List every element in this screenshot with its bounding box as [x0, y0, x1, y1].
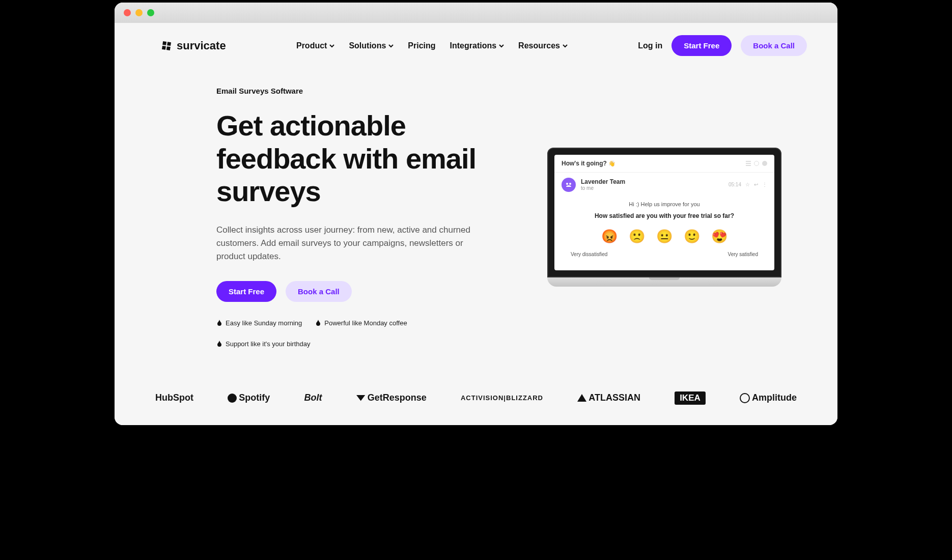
laptop-mockup: How's it going? 👋	[547, 148, 781, 287]
nav-item-solutions[interactable]: Solutions	[349, 41, 394, 50]
title-bar	[115, 3, 837, 23]
hero-ctas: Start Free Book a Call	[216, 281, 512, 302]
svg-point-1	[569, 183, 571, 185]
chevron-down-icon	[499, 43, 504, 48]
rating-5[interactable]: 😍	[711, 229, 727, 244]
logo-ikea: IKEA	[675, 391, 706, 405]
logo-mark-icon	[160, 40, 173, 52]
survey-question: How satisfied are you with your free tri…	[562, 212, 767, 219]
brand-logo[interactable]: survicate	[160, 39, 226, 52]
browser-window: survicate Product Solutions Pricing Inte…	[115, 3, 837, 425]
logo-bolt: Bolt	[304, 393, 322, 403]
main-nav: survicate Product Solutions Pricing Inte…	[115, 23, 837, 66]
nav-label: Integrations	[450, 41, 497, 50]
page-content: survicate Product Solutions Pricing Inte…	[115, 23, 837, 425]
perks-list: Easy like Sunday morning Powerful like M…	[216, 319, 512, 348]
laptop-base	[547, 277, 781, 287]
logo-getresponse: GetResponse	[356, 393, 427, 403]
hero-section: Email Surveys Software Get actionable fe…	[115, 66, 837, 373]
grid-icon	[746, 161, 751, 166]
sender-avatar	[562, 178, 576, 192]
chevron-down-icon	[388, 43, 394, 48]
logo-activision: ACTIVISION|BLIZZARD	[461, 394, 543, 402]
logo-atlassian: ATLASSIAN	[577, 393, 640, 403]
wave-icon: 👋	[608, 160, 615, 166]
subject-text: How's it going?	[562, 160, 607, 167]
eyebrow: Email Surveys Software	[216, 87, 512, 95]
flame-icon	[216, 320, 222, 326]
ikea-text: IKEA	[675, 391, 706, 405]
rating-1[interactable]: 😡	[601, 229, 618, 244]
label-high: Very satisfied	[728, 251, 758, 257]
flame-icon	[315, 320, 321, 326]
perk-item: Easy like Sunday morning	[216, 319, 302, 327]
scale-labels: Very dissatisfied Very satisfied	[562, 251, 767, 257]
logo-spotify: Spotify	[228, 393, 270, 403]
more-icon: ⋮	[762, 182, 767, 187]
label-low: Very dissatisfied	[571, 251, 607, 257]
reply-icon: ↩	[754, 182, 758, 187]
email-greeting: Hi :) Help us improve for you	[562, 201, 767, 207]
email-client: How's it going? 👋	[554, 155, 774, 270]
close-icon[interactable]	[124, 9, 131, 16]
email-header-icons	[746, 161, 767, 166]
email-meta: Lavender Team to me 05:14 ☆ ↩ ⋮	[554, 173, 774, 197]
rating-3[interactable]: 😐	[656, 229, 673, 244]
start-free-button[interactable]: Start Free	[671, 35, 732, 56]
hero-start-free-button[interactable]: Start Free	[216, 281, 276, 302]
sender-block: Lavender Team to me	[581, 178, 625, 191]
hero-illustration: How's it going? 👋	[542, 87, 787, 347]
meta-right: 05:14 ☆ ↩ ⋮	[729, 182, 767, 187]
email-subject: How's it going? 👋	[562, 160, 615, 167]
nav-label: Solutions	[349, 41, 386, 50]
nav-label: Product	[296, 41, 327, 50]
perk-item: Powerful like Monday coffee	[315, 319, 407, 327]
nav-label: Pricing	[408, 41, 435, 50]
nav-label: Resources	[518, 41, 560, 50]
logo-hubspot: HubSpot	[155, 393, 193, 403]
recipient-line: to me	[581, 185, 625, 191]
email-time: 05:14	[729, 182, 741, 187]
hero-copy: Email Surveys Software Get actionable fe…	[216, 87, 512, 347]
login-link[interactable]: Log in	[638, 41, 662, 50]
nav-item-pricing[interactable]: Pricing	[408, 41, 435, 50]
nav-actions: Log in Start Free Book a Call	[638, 35, 807, 56]
settings-icon	[754, 161, 759, 166]
nav-item-resources[interactable]: Resources	[518, 41, 568, 50]
minimize-icon[interactable]	[135, 9, 143, 16]
rating-4[interactable]: 🙂	[684, 229, 700, 244]
star-icon: ☆	[745, 182, 750, 187]
perk-text: Support like it's your birthday	[226, 340, 311, 348]
nav-item-integrations[interactable]: Integrations	[450, 41, 505, 50]
nav-item-product[interactable]: Product	[296, 41, 334, 50]
book-call-button[interactable]: Book a Call	[741, 35, 807, 56]
sender-name: Lavender Team	[581, 178, 625, 185]
client-logos: HubSpot Spotify Bolt GetResponse ACTIVIS…	[115, 373, 837, 425]
perk-item: Support like it's your birthday	[216, 340, 311, 348]
rating-row: 😡 🙁 😐 🙂 😍	[562, 229, 767, 244]
rating-2[interactable]: 🙁	[629, 229, 645, 244]
flame-icon	[216, 341, 222, 347]
avatar-icon	[762, 161, 767, 166]
nav-links: Product Solutions Pricing Integrations R…	[296, 41, 568, 50]
maximize-icon[interactable]	[147, 9, 154, 16]
email-header: How's it going? 👋	[554, 155, 774, 173]
email-body: Hi :) Help us improve for you How satisf…	[554, 197, 774, 270]
hero-book-call-button[interactable]: Book a Call	[286, 281, 352, 302]
logo-amplitude: Amplitude	[740, 393, 797, 403]
chevron-down-icon	[329, 43, 334, 48]
brand-name: survicate	[177, 39, 226, 52]
subhead: Collect insights across user journey: fr…	[216, 223, 491, 264]
laptop-screen: How's it going? 👋	[547, 148, 781, 277]
chevron-down-icon	[563, 43, 568, 48]
svg-point-0	[566, 183, 568, 185]
perk-text: Easy like Sunday morning	[226, 319, 302, 327]
perk-text: Powerful like Monday coffee	[324, 319, 407, 327]
headline: Get actionable feedback with email surve…	[216, 109, 512, 208]
